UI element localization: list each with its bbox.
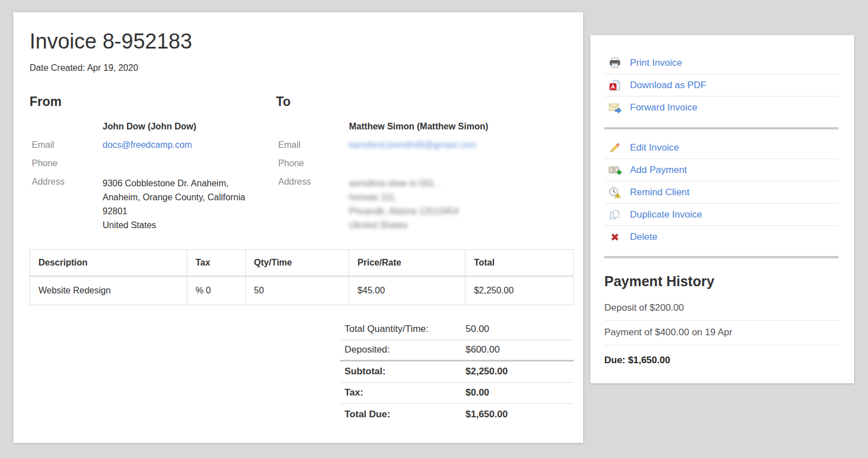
from-address-line: Anaheim, Orange County, California	[103, 190, 276, 204]
delete-label[interactable]: Delete	[630, 232, 657, 243]
edit-invoice-button[interactable]: Edit Invoice	[604, 137, 838, 159]
payment-history-entry: Payment of $400.00 on 19 Apr	[604, 321, 838, 345]
duplicate-invoice-label[interactable]: Duplicate Invoice	[630, 209, 702, 220]
from-name: John Dow (John Dow)	[103, 121, 276, 132]
items-table: Description Tax Qty/Time Price/Rate Tota…	[30, 249, 574, 305]
from-address-line: 92801	[103, 204, 276, 218]
total-quantity-row: Total Quantity/Time: 50.00	[340, 319, 574, 340]
payment-history-heading: Payment History	[604, 273, 838, 290]
page-title: Invoice 8-952183	[30, 29, 574, 55]
from-section: From John Dow (John Dow) Email docs@free…	[30, 94, 276, 232]
total-due-value: $1,650.00	[465, 409, 508, 420]
to-phone-value	[349, 158, 574, 169]
duplicate-invoice-button[interactable]: Duplicate Invoice	[604, 204, 838, 226]
cell-tax: % 0	[187, 276, 245, 305]
to-details: Matthew Simon (Matthew Simon) Email kamd…	[276, 121, 574, 232]
tax-label: Tax:	[345, 387, 465, 398]
remind-client-button[interactable]: Remind Client	[604, 181, 838, 204]
remind-client-label[interactable]: Remind Client	[630, 187, 690, 198]
total-quantity-value: 50.00	[465, 324, 489, 335]
total-due-label: Total Due:	[345, 409, 465, 420]
forward-invoice-button[interactable]: Forward Invoice	[604, 97, 838, 119]
print-invoice-label[interactable]: Print Invoice	[630, 57, 682, 69]
subtotal-row: Subtotal: $2,250.00	[340, 361, 574, 383]
from-address-line: 9306 Cobblestone Dr. Anaheim,	[103, 176, 276, 190]
parties-section: From John Dow (John Dow) Email docs@free…	[30, 94, 574, 232]
edit-invoice-label[interactable]: Edit Invoice	[630, 142, 679, 153]
to-name-label	[276, 121, 349, 132]
delete-button[interactable]: Delete	[604, 226, 838, 248]
to-address-blurred: asmdkna sttae to 561 , honsae 111, Phoan…	[349, 176, 574, 232]
cell-qty-time: 50	[245, 276, 349, 305]
to-address-line-blurred: honsae 111,	[349, 190, 574, 204]
forward-invoice-label[interactable]: Forward Invoice	[630, 102, 697, 113]
download-pdf-button[interactable]: Download as PDF	[604, 74, 838, 97]
from-name-label	[30, 121, 103, 132]
header-tax: Tax	[187, 249, 245, 276]
add-payment-icon	[608, 164, 622, 176]
envelope-forward-icon	[608, 102, 622, 114]
deposited-row: Deposited: $600.00	[340, 340, 574, 361]
header-description: Description	[30, 249, 187, 276]
cell-description: Website Redesign	[30, 276, 187, 305]
printer-icon	[608, 57, 622, 69]
add-payment-button[interactable]: Add Payment	[604, 159, 838, 181]
due-amount: Due: $1,650.00	[604, 355, 838, 366]
to-address-line-blurred: asmdkna sttae to 561 ,	[349, 176, 574, 190]
to-email-label: Email	[276, 139, 349, 151]
to-name: Matthew Simon (Matthew Simon)	[349, 121, 574, 132]
to-heading: To	[276, 94, 574, 109]
from-email-link[interactable]: docs@freedcamp.com	[103, 140, 192, 150]
invoice-panel: Invoice 8-952183 Date Created: Apr 19, 2…	[13, 12, 583, 443]
from-details: John Dow (John Dow) Email docs@freedcamp…	[30, 121, 276, 232]
add-payment-label[interactable]: Add Payment	[630, 165, 687, 176]
remind-clock-icon	[608, 186, 622, 199]
to-section: To Matthew Simon (Matthew Simon) Email k…	[276, 94, 574, 232]
pdf-icon	[608, 79, 622, 91]
cell-price-rate: $45.00	[349, 276, 465, 305]
from-phone-label: Phone	[30, 158, 103, 169]
from-address: 9306 Cobblestone Dr. Anaheim, Anaheim, O…	[103, 176, 276, 232]
from-heading: From	[30, 94, 276, 109]
header-total: Total	[465, 249, 574, 276]
subtotal-value: $2,250.00	[465, 366, 508, 377]
subtotal-label: Subtotal:	[345, 366, 465, 377]
from-phone-value	[103, 158, 276, 169]
date-created: Date Created: Apr 19, 2020	[30, 63, 574, 73]
deposited-value: $600.00	[465, 344, 500, 355]
to-address-line-blurred: Uknted Shates	[349, 218, 574, 232]
header-qty-time: Qty/Time	[245, 249, 349, 276]
items-table-header-row: Description Tax Qty/Time Price/Rate Tota…	[30, 249, 574, 276]
payment-history-entry: Deposit of $200.00	[604, 296, 838, 321]
table-row: Website Redesign % 0 50 $45.00 $2,250.00	[30, 276, 574, 305]
from-address-line: United States	[103, 218, 276, 232]
from-address-label: Address	[30, 176, 103, 232]
total-due-row: Total Due: $1,650.00	[340, 404, 574, 425]
tax-row: Tax: $0.00	[340, 383, 574, 404]
to-phone-label: Phone	[276, 158, 349, 169]
duplicate-icon	[608, 209, 622, 221]
to-address-label: Address	[276, 176, 349, 232]
to-address-line-blurred: Phoandk, Aldona 12513454	[349, 204, 574, 218]
total-quantity-label: Total Quantity/Time:	[345, 324, 465, 335]
group-separator	[604, 127, 838, 129]
download-pdf-label[interactable]: Download as PDF	[630, 80, 706, 91]
print-invoice-button[interactable]: Print Invoice	[604, 52, 838, 74]
cell-total: $2,250.00	[465, 276, 574, 305]
to-email-blurred: kamdsnd.bsmdh46@gmasl.com	[349, 140, 477, 150]
pencil-icon	[608, 142, 622, 154]
totals-section: Total Quantity/Time: 50.00 Deposited: $6…	[340, 319, 574, 425]
header-price-rate: Price/Rate	[349, 249, 465, 276]
actions-panel: Print Invoice Download as PDF Forward In…	[590, 35, 854, 383]
delete-x-icon	[608, 232, 622, 243]
tax-value: $0.00	[465, 387, 489, 398]
group-separator	[604, 256, 838, 258]
from-email-label: Email	[30, 139, 103, 151]
deposited-label: Deposited:	[345, 344, 465, 355]
